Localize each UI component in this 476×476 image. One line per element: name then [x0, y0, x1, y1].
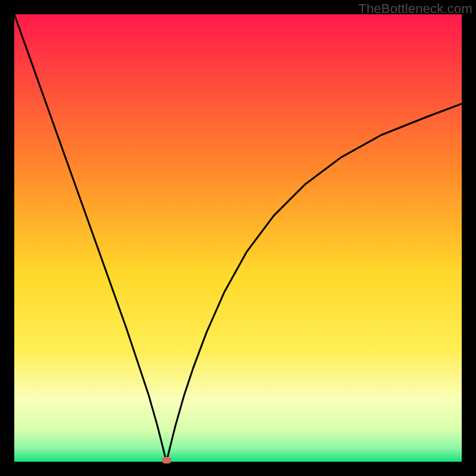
optimal-point-marker — [162, 457, 171, 464]
chart-frame — [14, 14, 462, 462]
watermark-text: TheBottleneck.com — [358, 1, 472, 17]
bottleneck-curve — [14, 14, 462, 462]
